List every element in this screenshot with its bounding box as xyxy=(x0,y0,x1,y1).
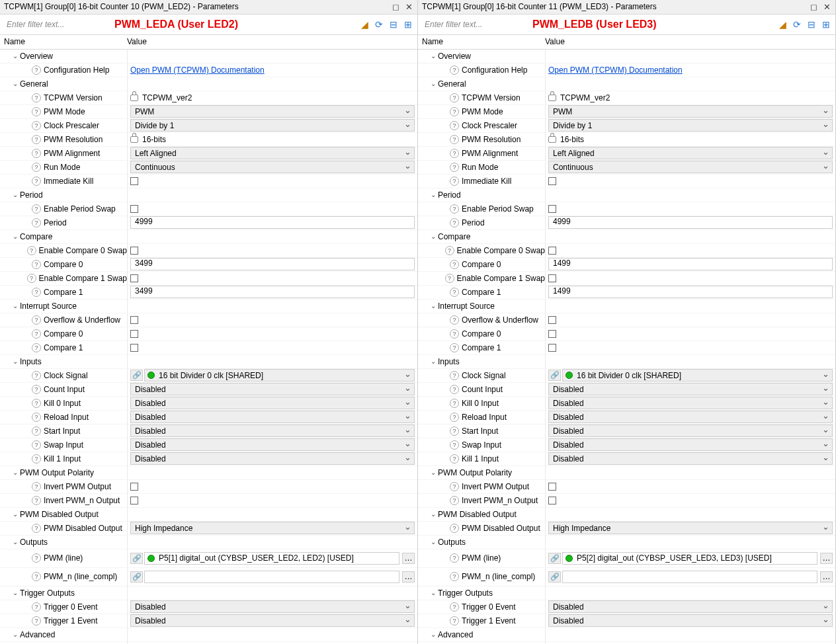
pwm-mode-dropdown[interactable]: PWM xyxy=(548,105,833,118)
help-icon[interactable]: ? xyxy=(32,553,41,563)
help-icon[interactable]: ? xyxy=(32,329,41,339)
help-icon[interactable]: ? xyxy=(450,399,459,408)
help-icon[interactable]: ? xyxy=(445,274,454,283)
int-compare0-checkbox[interactable] xyxy=(548,330,556,338)
chevron-down-icon[interactable]: ⌄ xyxy=(11,510,20,518)
chevron-down-icon[interactable]: ⌄ xyxy=(11,302,20,309)
help-icon[interactable]: ? xyxy=(450,602,459,612)
help-icon[interactable]: ? xyxy=(32,135,41,144)
help-icon[interactable]: ? xyxy=(450,385,459,394)
help-icon[interactable]: ? xyxy=(32,93,41,102)
link-icon[interactable]: 🔗 xyxy=(548,370,561,381)
pwm-disabled-out-dropdown[interactable]: High Impedance xyxy=(130,522,415,534)
chevron-down-icon[interactable]: ⌄ xyxy=(429,233,438,240)
help-icon[interactable]: ? xyxy=(32,454,41,463)
link-icon[interactable]: 🔗 xyxy=(548,571,561,583)
link-icon[interactable]: 🔗 xyxy=(130,370,143,381)
pwm-disabled-output-group[interactable]: ⌄PWM Disabled Output xyxy=(418,508,835,522)
general-group[interactable]: ⌄General xyxy=(418,77,835,91)
help-icon[interactable]: ? xyxy=(450,454,459,463)
immediate-kill-checkbox[interactable] xyxy=(548,177,556,185)
int-compare0-checkbox[interactable] xyxy=(130,330,138,338)
compare-group[interactable]: ⌄Compare xyxy=(0,230,417,244)
swap-input-dropdown[interactable]: Disabled xyxy=(130,438,415,451)
pwm-line-field[interactable]: P5[1] digital_out (CYBSP_USER_LED2, LED2… xyxy=(144,552,399,565)
enable-compare1-swap-checkbox[interactable] xyxy=(130,274,138,282)
help-icon[interactable]: ? xyxy=(32,371,41,380)
help-icon[interactable]: ? xyxy=(32,602,41,612)
help-icon[interactable]: ? xyxy=(27,274,36,283)
outputs-group[interactable]: ⌄Outputs xyxy=(418,536,835,549)
close-icon[interactable]: ✕ xyxy=(821,1,833,13)
clock-signal-dropdown[interactable]: 16 bit Divider 0 clk [SHARED] xyxy=(562,369,833,382)
help-icon[interactable]: ? xyxy=(450,177,459,186)
pwm-alignment-dropdown[interactable]: Left Aligned xyxy=(548,147,833,159)
chevron-down-icon[interactable]: ⌄ xyxy=(11,631,20,638)
help-icon[interactable]: ? xyxy=(450,426,459,436)
period-group[interactable]: ⌄Period xyxy=(0,188,417,202)
compare-group[interactable]: ⌄Compare xyxy=(418,230,835,244)
help-icon[interactable]: ? xyxy=(450,572,459,581)
help-icon[interactable]: ? xyxy=(32,572,41,581)
period-group[interactable]: ⌄Period xyxy=(418,188,835,202)
reload-input-dropdown[interactable]: Disabled xyxy=(548,411,833,423)
help-icon[interactable]: ? xyxy=(450,329,459,339)
kill0-input-dropdown[interactable]: Disabled xyxy=(130,397,415,409)
chevron-down-icon[interactable]: ⌄ xyxy=(429,538,438,545)
collapse-all-icon[interactable]: ⊟ xyxy=(387,18,400,31)
link-icon[interactable]: 🔗 xyxy=(130,571,143,583)
pwm-line-field[interactable]: P5[2] digital_out (CYBSP_USER_LED3, LED3… xyxy=(562,552,817,565)
undock-icon[interactable]: ◻ xyxy=(390,1,401,13)
clear-filter-icon[interactable]: ◢ xyxy=(776,18,789,31)
help-icon[interactable]: ? xyxy=(450,149,459,158)
doc-link[interactable]: Open PWM (TCPWM) Documentation xyxy=(130,65,265,75)
int-overflow-checkbox[interactable] xyxy=(548,316,556,324)
invert-pwm-n-checkbox[interactable] xyxy=(130,497,138,504)
help-icon[interactable]: ? xyxy=(450,482,459,491)
chevron-down-icon[interactable]: ⌄ xyxy=(11,52,20,60)
trigger0-dropdown[interactable]: Disabled xyxy=(130,600,415,613)
int-compare1-checkbox[interactable] xyxy=(130,344,138,352)
invert-pwm-checkbox[interactable] xyxy=(130,483,138,491)
expand-all-icon[interactable]: ⊞ xyxy=(401,18,415,31)
help-icon[interactable]: ? xyxy=(32,121,41,130)
collapse-all-icon[interactable]: ⊟ xyxy=(805,18,818,31)
help-icon[interactable]: ? xyxy=(32,343,41,352)
help-icon[interactable]: ? xyxy=(32,413,41,422)
pwm-alignment-dropdown[interactable]: Left Aligned xyxy=(130,147,415,159)
chevron-down-icon[interactable]: ⌄ xyxy=(11,538,20,545)
pwm-n-line-field[interactable] xyxy=(144,571,399,583)
pwm-mode-dropdown[interactable]: PWM xyxy=(130,105,415,118)
advanced-group[interactable]: ⌄Advanced xyxy=(0,628,417,642)
chevron-down-icon[interactable]: ⌄ xyxy=(11,469,20,476)
help-icon[interactable]: ? xyxy=(450,163,459,172)
help-icon[interactable]: ? xyxy=(450,204,459,214)
trigger1-dropdown[interactable]: Disabled xyxy=(130,614,415,627)
enable-compare0-swap-checkbox[interactable] xyxy=(548,247,556,255)
chevron-down-icon[interactable]: ⌄ xyxy=(11,358,20,365)
help-icon[interactable]: ? xyxy=(32,163,41,172)
enable-compare0-swap-checkbox[interactable] xyxy=(130,247,138,255)
inputs-group[interactable]: ⌄Inputs xyxy=(0,355,417,369)
compare0-input[interactable]: 3499 xyxy=(130,258,415,270)
help-icon[interactable]: ? xyxy=(32,288,41,297)
chevron-down-icon[interactable]: ⌄ xyxy=(429,302,438,309)
help-icon[interactable]: ? xyxy=(450,553,459,563)
chevron-down-icon[interactable]: ⌄ xyxy=(11,191,20,198)
help-icon[interactable]: ? xyxy=(450,218,459,227)
advanced-group[interactable]: ⌄Advanced xyxy=(418,628,835,642)
filter-input[interactable] xyxy=(3,17,110,32)
outputs-group[interactable]: ⌄Outputs xyxy=(0,536,417,549)
help-icon[interactable]: ? xyxy=(450,496,459,505)
help-icon[interactable]: ? xyxy=(32,482,41,491)
help-icon[interactable]: ? xyxy=(32,426,41,436)
kill1-input-dropdown[interactable]: Disabled xyxy=(130,452,415,465)
help-icon[interactable]: ? xyxy=(450,524,459,533)
chevron-down-icon[interactable]: ⌄ xyxy=(429,191,438,198)
chevron-down-icon[interactable]: ⌄ xyxy=(429,358,438,365)
refresh-icon[interactable]: ⟳ xyxy=(790,18,804,31)
overview-group[interactable]: ⌄Overview xyxy=(0,50,417,63)
help-icon[interactable]: ? xyxy=(450,343,459,352)
invert-pwm-n-checkbox[interactable] xyxy=(548,497,556,504)
browse-button[interactable]: … xyxy=(820,553,833,564)
